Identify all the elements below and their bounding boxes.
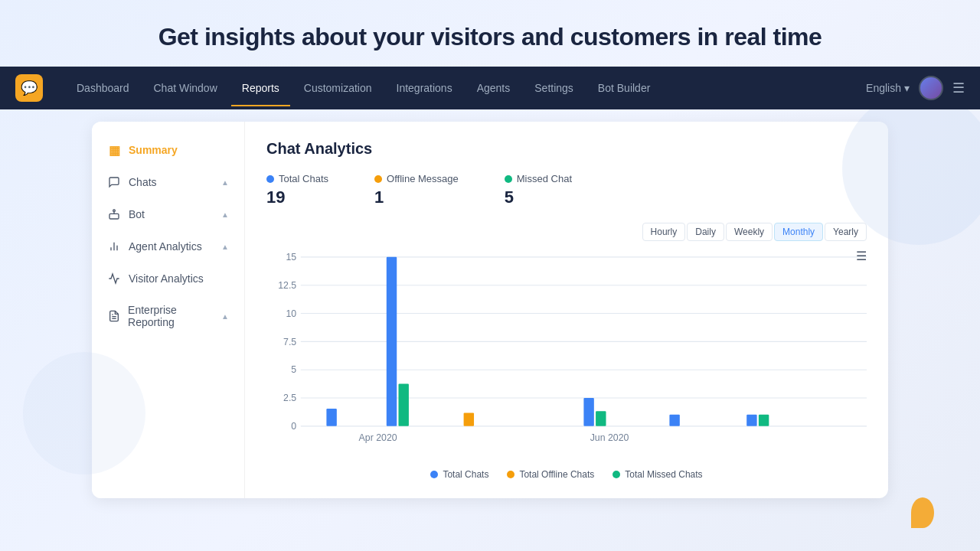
stat-missed-chat: Missed Chat 5 (505, 173, 572, 207)
svg-text:12.5: 12.5 (278, 280, 296, 291)
stats-row: Total Chats 19 Offline Message 1 Missed … (266, 173, 867, 207)
logo[interactable]: 💬 (15, 74, 43, 102)
nav-customization[interactable]: Customization (293, 76, 383, 100)
legend-label-offline-chats: Total Offline Chats (519, 469, 594, 480)
missed-chat-value: 5 (505, 187, 572, 207)
agent-analytics-icon (107, 240, 121, 253)
sidebar-label-enterprise-reporting: Enterprise Reporting (128, 304, 221, 328)
svg-rect-28 (596, 411, 606, 426)
language-label: English (866, 82, 901, 94)
summary-icon: ▦ (107, 143, 121, 157)
svg-rect-24 (387, 257, 397, 426)
page-title: Chat Analytics (266, 140, 867, 158)
offline-message-value: 1 (374, 187, 459, 207)
svg-rect-29 (669, 415, 679, 426)
filter-weekly[interactable]: Weekly (726, 223, 773, 241)
svg-text:0: 0 (291, 421, 296, 432)
svg-text:10: 10 (286, 308, 296, 319)
svg-text:5: 5 (291, 365, 296, 376)
svg-rect-30 (746, 415, 756, 426)
svg-point-1 (113, 210, 116, 212)
total-chats-dot (266, 175, 274, 183)
svg-text:Jun 2020: Jun 2020 (590, 433, 629, 444)
svg-text:Apr 2020: Apr 2020 (359, 433, 397, 444)
legend-offline-chats: Total Offline Chats (507, 469, 594, 480)
sidebar-item-enterprise-reporting[interactable]: Enterprise Reporting ▲ (92, 295, 244, 337)
svg-text:15: 15 (286, 252, 296, 262)
visitor-analytics-icon (107, 272, 121, 285)
sidebar-label-agent-analytics: Agent Analytics (129, 240, 202, 253)
svg-text:7.5: 7.5 (283, 337, 296, 347)
legend-dot-orange (507, 471, 514, 478)
offline-message-dot (374, 175, 382, 183)
svg-text:2.5: 2.5 (283, 393, 296, 404)
enterprise-reporting-icon (107, 309, 120, 323)
nav-settings[interactable]: Settings (524, 76, 584, 100)
hero-text: Get insights about your visitors and cus… (0, 0, 980, 67)
total-chats-value: 19 (266, 187, 328, 207)
stat-total-chats: Total Chats 19 (266, 173, 328, 207)
sidebar-label-summary: Summary (129, 144, 178, 156)
nav-dashboard[interactable]: Dashboard (66, 76, 140, 100)
legend-total-chats: Total Chats (430, 469, 488, 480)
nav-reports[interactable]: Reports (231, 76, 290, 100)
chart-area: ☰ 15 12.5 10 7.5 5 2.5 (266, 249, 867, 463)
total-chats-label: Total Chats (279, 173, 328, 184)
sidebar-item-chats[interactable]: Chats ▲ (92, 166, 244, 198)
legend-missed-chats: Total Missed Chats (612, 469, 702, 480)
chevron-down-icon: ▾ (904, 82, 910, 94)
nav-chat-window[interactable]: Chat Window (143, 76, 228, 100)
time-filters: Hourly Daily Weekly Monthly Yearly (266, 223, 867, 241)
svg-rect-25 (398, 384, 408, 426)
legend-label-missed-chats: Total Missed Chats (625, 469, 702, 480)
nav-links: Dashboard Chat Window Reports Customizat… (66, 76, 866, 100)
legend-label-total-chats: Total Chats (443, 469, 488, 480)
main-content: Chat Analytics Total Chats 19 Offline Me… (245, 122, 888, 498)
legend-dot-green (612, 471, 620, 478)
avatar[interactable] (919, 76, 943, 100)
chevron-icon-bot: ▲ (221, 210, 229, 219)
sidebar: ▦ Summary Chats ▲ (92, 122, 245, 498)
logo-icon: 💬 (15, 74, 43, 102)
missed-chat-dot (505, 175, 512, 183)
main-container: ▦ Summary Chats ▲ (92, 122, 888, 498)
chart-menu-icon[interactable]: ☰ (856, 249, 867, 263)
filter-monthly[interactable]: Monthly (774, 223, 823, 241)
svg-rect-0 (109, 214, 119, 219)
svg-rect-23 (326, 409, 336, 426)
chevron-icon-chats: ▲ (221, 178, 229, 187)
stat-offline-message: Offline Message 1 (374, 173, 459, 207)
nav-bot-builder[interactable]: Bot Builder (587, 76, 661, 100)
bot-icon (107, 207, 121, 221)
chats-icon (107, 175, 121, 189)
svg-rect-31 (759, 415, 769, 426)
sidebar-item-bot[interactable]: Bot ▲ (92, 198, 244, 230)
sidebar-item-agent-analytics[interactable]: Agent Analytics ▲ (92, 230, 244, 262)
filter-hourly[interactable]: Hourly (642, 223, 686, 241)
offline-message-label: Offline Message (387, 173, 459, 184)
chevron-icon-agent: ▲ (221, 243, 229, 251)
navbar: 💬 Dashboard Chat Window Reports Customiz… (0, 67, 980, 109)
nav-right: English ▾ ☰ (866, 76, 965, 100)
filter-daily[interactable]: Daily (687, 223, 724, 241)
chevron-icon-enterprise: ▲ (221, 312, 229, 321)
sidebar-item-visitor-analytics[interactable]: Visitor Analytics (92, 262, 244, 295)
menu-icon[interactable]: ☰ (952, 80, 965, 96)
sidebar-label-visitor-analytics: Visitor Analytics (129, 272, 204, 285)
nav-agents[interactable]: Agents (466, 76, 521, 100)
sidebar-label-chats: Chats (129, 176, 157, 188)
chart-legend: Total Chats Total Offline Chats Total Mi… (266, 469, 867, 480)
sidebar-item-summary[interactable]: ▦ Summary (92, 134, 244, 166)
missed-chat-label: Missed Chat (517, 173, 572, 184)
filter-yearly[interactable]: Yearly (825, 223, 867, 241)
nav-integrations[interactable]: Integrations (386, 76, 463, 100)
svg-rect-27 (583, 398, 593, 426)
language-selector[interactable]: English ▾ (866, 82, 910, 94)
chart-svg: 15 12.5 10 7.5 5 2.5 0 (266, 249, 867, 448)
orange-chat-decoration (911, 497, 934, 528)
legend-dot-blue (430, 471, 438, 478)
svg-rect-26 (464, 413, 474, 426)
sidebar-label-bot: Bot (129, 208, 145, 220)
